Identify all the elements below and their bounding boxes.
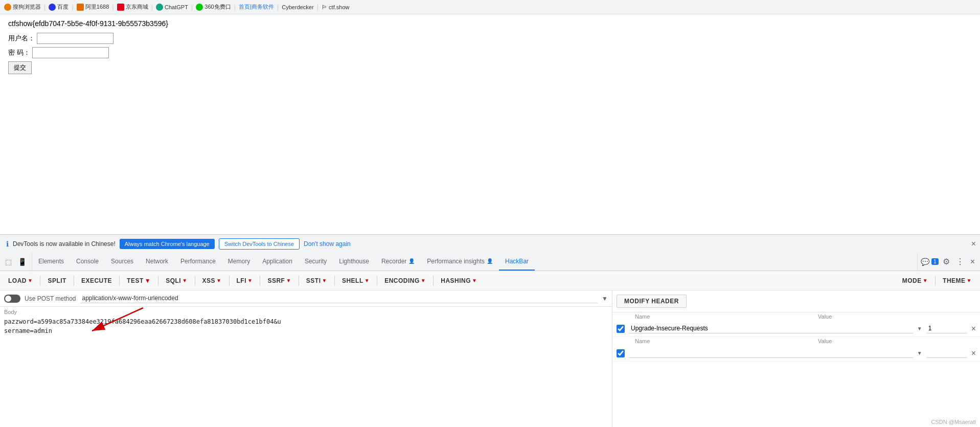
use-post-toggle[interactable] (4, 295, 20, 303)
tab-security[interactable]: Security (299, 253, 333, 271)
page-content: ctfshow{efdb7047-5b5e-4f0f-9131-9b55573b… (0, 14, 980, 234)
header1-value-input[interactable] (926, 324, 967, 333)
header1-dropdown-arrow[interactable]: ▼ (917, 326, 922, 331)
hashing-dropdown-arrow: ▼ (472, 278, 477, 283)
tab-performance[interactable]: Performance (174, 253, 222, 271)
hackbar-left-panel: Use POST method ▼ Body pazzword=a599ac85… (0, 290, 612, 427)
separator-3 (119, 276, 120, 286)
ssti-dropdown-arrow: ▼ (322, 278, 327, 283)
header1-name-input[interactable] (629, 324, 913, 333)
load-button[interactable]: LOAD ▼ (4, 275, 37, 286)
tab-hackbar[interactable]: HackBar (499, 253, 535, 271)
settings-icon[interactable]: ⚙ (941, 256, 952, 267)
url-input[interactable] (80, 294, 598, 303)
chat-button[interactable]: 💬 1 (921, 258, 939, 266)
tab-console[interactable]: Console (70, 253, 105, 271)
header2-dropdown-arrow[interactable]: ▼ (917, 350, 922, 356)
browser-tab-home[interactable]: 首页|商务软件 (239, 3, 274, 11)
shell-dropdown-arrow: ▼ (364, 278, 370, 283)
body-section: Body pazzword=a599ac85a73384ee3219fa6842… (0, 307, 612, 338)
name-column-label-2: Name (635, 338, 814, 344)
header1-close-button[interactable]: × (971, 324, 976, 333)
body-line1: pazzword=a599ac85a73384ee3219fa684296eaa… (4, 318, 281, 325)
mode-dropdown-arrow: ▼ (923, 278, 928, 283)
separator-12 (935, 276, 936, 286)
devtools-notification-bar: ℹ DevTools is now available in Chinese! … (0, 234, 980, 253)
notification-close-button[interactable]: × (971, 239, 976, 249)
shell-button[interactable]: SHELL ▼ (338, 275, 374, 286)
name-column-label: Name (635, 313, 814, 320)
sqli-button[interactable]: SQLI ▼ (162, 275, 191, 286)
tab-sources[interactable]: Sources (105, 253, 140, 271)
browser-tab-360[interactable]: 360免费口 (196, 3, 231, 11)
separator-8 (299, 276, 299, 286)
notification-text: DevTools is now available in Chinese! (13, 240, 116, 248)
header2-close-button[interactable]: × (971, 349, 976, 358)
xss-button[interactable]: XSS ▼ (198, 275, 226, 286)
username-row: 用户名： (8, 33, 972, 44)
device-toolbar-icon[interactable]: 📱 (16, 257, 29, 267)
browser-toolbar: 搜狗浏览器 | 百度 | 阿里1688 | 京东商城 | ChatGPT | 3… (0, 0, 980, 14)
mode-button[interactable]: MODE ▼ (898, 275, 932, 286)
separator-10 (377, 276, 377, 286)
switch-to-chinese-button[interactable]: Switch DevTools to Chinese (219, 238, 300, 250)
browser-tab-baidu[interactable]: 百度 (49, 3, 69, 11)
ssrf-button[interactable]: SSRF ▼ (263, 275, 295, 286)
body-line2: sername=admin (4, 327, 52, 334)
dont-show-again-link[interactable]: Don't show again (304, 240, 351, 248)
username-input[interactable] (37, 33, 113, 44)
tab-memory[interactable]: Memory (222, 253, 256, 271)
tab-elements[interactable]: Elements (32, 253, 70, 271)
url-dropdown-arrow[interactable]: ▼ (602, 295, 608, 302)
ssti-button[interactable]: SSTI ▼ (302, 275, 331, 286)
split-button[interactable]: SPLIT (43, 275, 71, 286)
separator-7 (260, 276, 260, 286)
watermark: CSDN @Msaeratl (931, 419, 976, 425)
tab-lighthouse[interactable]: Lighthouse (333, 253, 375, 271)
header2-value-input[interactable] (926, 348, 967, 358)
encoding-button[interactable]: ENCODING ▼ (380, 275, 430, 286)
theme-button[interactable]: THEME ▼ (939, 275, 976, 286)
separator-11 (433, 276, 434, 286)
header-row-2: ▼ × (612, 345, 980, 362)
browser-tab-chatgpt[interactable]: ChatGPT (156, 4, 188, 11)
separator-6 (229, 276, 230, 286)
browser-tab-sougou[interactable]: 搜狗浏览器 (4, 3, 41, 11)
password-input[interactable] (32, 47, 109, 58)
browser-tab-cyberdeck[interactable]: Cyberdecker (282, 4, 313, 10)
tab-network[interactable]: Network (140, 253, 174, 271)
lfi-dropdown-arrow: ▼ (247, 278, 253, 283)
more-options-icon[interactable]: ⋮ (954, 256, 966, 267)
hashing-button[interactable]: HASHING ▼ (437, 275, 481, 286)
browser-tab-1688[interactable]: 阿里1688 (77, 3, 109, 11)
header2-labels-row: Name Value (612, 337, 980, 345)
tab-performance-insights[interactable]: Performance insights 👤 (421, 253, 499, 271)
browser-tab-ctfshow[interactable]: 🏳 ctf.show (322, 4, 349, 10)
always-match-language-button[interactable]: Always match Chrome's language (120, 239, 215, 249)
browser-tab-jd[interactable]: 京东商城 (117, 3, 148, 11)
tab-recorder[interactable]: Recorder 👤 (375, 253, 421, 271)
header2-checkbox[interactable] (617, 349, 625, 357)
inspect-element-icon[interactable]: ⬚ (3, 257, 14, 267)
test-button[interactable]: TEST ▼ (123, 275, 155, 286)
value-column-label-2: Value (818, 338, 832, 344)
xss-dropdown-arrow: ▼ (216, 278, 221, 283)
ctf-flag: ctfshow{efdb7047-5b5e-4f0f-9131-9b55573b… (8, 19, 972, 28)
value-column-label: Value (818, 313, 832, 320)
tab-application[interactable]: Application (256, 253, 299, 271)
sqli-dropdown-arrow: ▼ (182, 278, 187, 283)
submit-button[interactable]: 提交 (8, 61, 32, 74)
devtools-tabs-bar: ⬚ 📱 Elements Console Sources Network Per… (0, 253, 980, 271)
header1-checkbox[interactable] (617, 325, 625, 333)
modify-header-button[interactable]: MODIFY HEADER (617, 295, 687, 308)
header2-name-input[interactable] (629, 348, 913, 358)
toggle-knob (5, 296, 11, 302)
lfi-button[interactable]: LFI ▼ (233, 275, 257, 286)
header-labels-row: Name Value (612, 312, 980, 321)
hackbar-panel: Use POST method ▼ Body pazzword=a599ac85… (0, 290, 980, 427)
execute-button[interactable]: EXECUTE (77, 275, 116, 286)
close-devtools-icon[interactable]: × (968, 256, 977, 267)
body-content[interactable]: pazzword=a599ac85a73384ee3219fa684296eaa… (0, 315, 612, 338)
encoding-dropdown-arrow: ▼ (421, 278, 426, 283)
hackbar-toolbar: LOAD ▼ SPLIT EXECUTE TEST ▼ SQLI ▼ XSS ▼… (0, 271, 980, 290)
